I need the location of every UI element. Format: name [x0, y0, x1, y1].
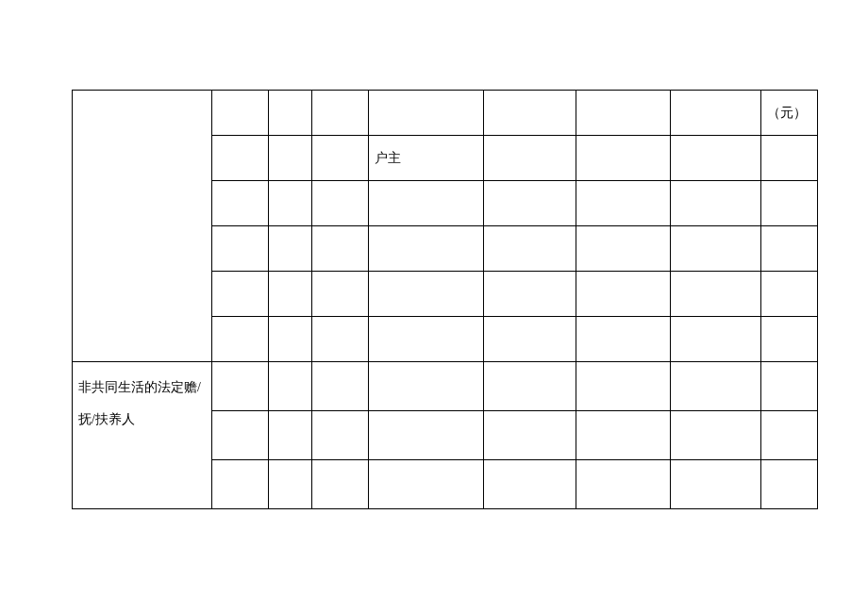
- cell: [761, 272, 818, 317]
- cell: [269, 411, 312, 460]
- cell: [312, 460, 369, 509]
- cell: [212, 91, 269, 136]
- cell: [576, 317, 671, 362]
- cell: [312, 317, 369, 362]
- unit-cell: （元）: [761, 91, 818, 136]
- cell: [312, 411, 369, 460]
- cell: [269, 317, 312, 362]
- cell: [312, 91, 369, 136]
- cell: [369, 272, 484, 317]
- cell: [312, 362, 369, 411]
- cell: [484, 460, 576, 509]
- cell: [484, 91, 576, 136]
- cell: [576, 460, 671, 509]
- cell: [576, 91, 671, 136]
- cell: [761, 317, 818, 362]
- table-row: 非共同生活的法定赡/抚/扶养人: [73, 362, 818, 411]
- cell: [269, 181, 312, 226]
- cell: [269, 226, 312, 272]
- cell: [369, 460, 484, 509]
- cell: [671, 136, 761, 181]
- cell: [761, 181, 818, 226]
- cell: [312, 136, 369, 181]
- cell: [576, 362, 671, 411]
- cell: [671, 181, 761, 226]
- cell: [212, 362, 269, 411]
- cell: [484, 317, 576, 362]
- cell: [484, 272, 576, 317]
- cell: [484, 411, 576, 460]
- cell: [369, 91, 484, 136]
- cell: [576, 272, 671, 317]
- cell: [269, 460, 312, 509]
- cell: [671, 411, 761, 460]
- cell: [369, 317, 484, 362]
- cell: [484, 181, 576, 226]
- cell: [269, 136, 312, 181]
- cell: [212, 317, 269, 362]
- cell: [212, 460, 269, 509]
- cell: [212, 181, 269, 226]
- cell: [484, 362, 576, 411]
- cell: [369, 181, 484, 226]
- cell: [484, 136, 576, 181]
- cell: [312, 226, 369, 272]
- cell: [269, 362, 312, 411]
- cell: [576, 411, 671, 460]
- cell: [312, 272, 369, 317]
- cell: [212, 136, 269, 181]
- cell: [484, 226, 576, 272]
- cell: [671, 272, 761, 317]
- cell: [576, 226, 671, 272]
- cell: [761, 411, 818, 460]
- cell: [312, 181, 369, 226]
- cell: [671, 226, 761, 272]
- cell: [369, 411, 484, 460]
- cell: [269, 91, 312, 136]
- cell: [576, 136, 671, 181]
- cell: [369, 226, 484, 272]
- cell: [671, 460, 761, 509]
- section1-label: [73, 91, 212, 362]
- cell: [576, 181, 671, 226]
- cell: [761, 136, 818, 181]
- cell: [761, 226, 818, 272]
- cell: [369, 362, 484, 411]
- section2-label: 非共同生活的法定赡/抚/扶养人: [73, 362, 212, 509]
- form-table: （元） 户主: [72, 90, 818, 509]
- cell: [212, 226, 269, 272]
- cell: [212, 272, 269, 317]
- table-row: （元）: [73, 91, 818, 136]
- cell: [269, 272, 312, 317]
- cell: [761, 362, 818, 411]
- householder-cell: 户主: [369, 136, 484, 181]
- cell: [212, 411, 269, 460]
- cell: [671, 91, 761, 136]
- cell: [671, 362, 761, 411]
- form-table-container: （元） 户主: [72, 90, 817, 509]
- cell: [671, 317, 761, 362]
- cell: [761, 460, 818, 509]
